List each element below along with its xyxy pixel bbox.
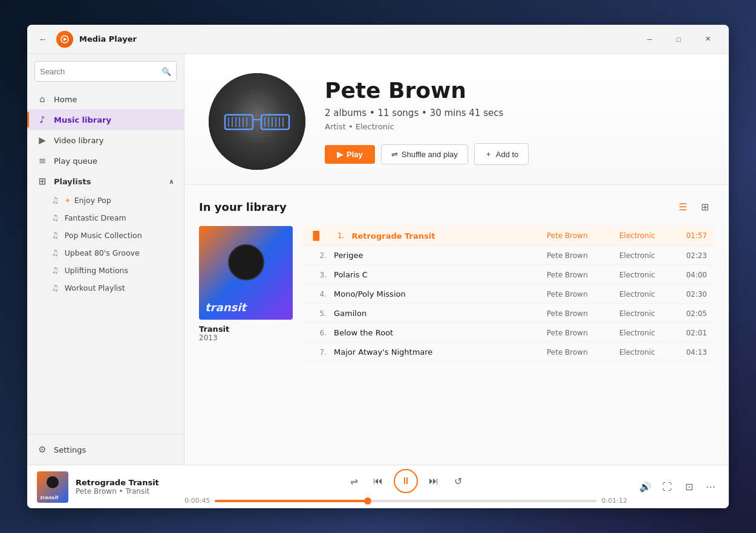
grid-view-button[interactable]: ⊞ (695, 197, 714, 216)
shuffle-play-button[interactable]: ⇌ Shuffle and play (381, 144, 468, 164)
search-input[interactable] (40, 67, 161, 76)
track-artist: Pete Brown (547, 290, 619, 299)
sidebar-item-fantastic-dream[interactable]: ♫ Fantastic Dream (27, 209, 184, 227)
sidebar-item-home[interactable]: ⌂ Home (27, 89, 184, 109)
artist-actions: ▶ Play ⇌ Shuffle and play ＋ Add to (325, 143, 705, 165)
close-button[interactable]: ✕ (694, 30, 722, 49)
track-row[interactable]: 3. Polaris C Pete Brown Electronic 04:00 (302, 265, 714, 285)
previous-button[interactable]: ⏮ (370, 473, 386, 489)
content-area: Pete Brown 2 albums • 11 songs • 30 mins… (184, 54, 729, 465)
library-header: In your library ☰ ⊞ (199, 197, 714, 216)
sidebar-item-uplifting-motions[interactable]: ♫ Uplifting Motions (27, 262, 184, 279)
sidebar-bottom: ⚙ Settings (27, 434, 184, 465)
track-duration: 04:13 (680, 348, 707, 357)
artist-meta: 2 albums • 11 songs • 30 mins 41 secs (325, 108, 705, 118)
playlist-icon: ♫ (51, 283, 59, 292)
app-logo (56, 31, 73, 48)
artist-name: Pete Brown (325, 78, 705, 103)
current-time: 0:00:45 (184, 497, 210, 505)
album-art-label: transit (205, 301, 246, 314)
volume-button[interactable]: 🔊 (637, 479, 654, 496)
svg-rect-3 (261, 115, 289, 129)
search-bar[interactable]: 🔍 (34, 61, 177, 82)
playlists-label: Playlists (54, 177, 91, 186)
track-duration: 02:30 (680, 290, 707, 299)
list-view-button[interactable]: ☰ (673, 197, 692, 216)
track-artist: Pete Brown (547, 251, 619, 260)
sidebar-item-music-label: Music library (54, 115, 111, 124)
artist-genre: Artist • Electronic (325, 122, 705, 131)
album-art: transit (199, 226, 293, 320)
track-name: Retrograde Transit (352, 231, 547, 241)
track-row[interactable]: ▐▌ 1. Retrograde Transit Pete Brown Elec… (302, 226, 714, 246)
more-options-button[interactable]: ⋯ (702, 479, 719, 496)
fullscreen-button[interactable]: ⛶ (659, 479, 676, 496)
track-row[interactable]: 2. Perigee Pete Brown Electronic 02:23 (302, 246, 714, 265)
nowplaying-title: Retrograde Transit (76, 478, 172, 487)
track-row[interactable]: 5. Gamilon Pete Brown Electronic 02:05 (302, 304, 714, 323)
progress-fill (215, 500, 367, 502)
miniplayer-button[interactable]: ⊡ (680, 479, 697, 496)
track-genre: Electronic (619, 251, 680, 260)
total-time: 0:01:12 (602, 497, 627, 505)
minimize-button[interactable]: ─ (636, 30, 663, 49)
track-genre: Electronic (619, 231, 680, 240)
track-row[interactable]: 6. Below the Root Pete Brown Electronic … (302, 323, 714, 343)
home-icon: ⌂ (37, 94, 48, 105)
repeat-button[interactable]: ↺ (449, 473, 466, 489)
album-art-circle (228, 244, 264, 280)
nowplaying-bar: transit Retrograde Transit Pete Brown • … (27, 465, 729, 508)
nowplaying-artist: Pete Brown • Transit (76, 487, 172, 496)
app-title: Media Player (79, 34, 636, 44)
sidebar-item-upbeat-80s[interactable]: ♫ Upbeat 80's Groove (27, 244, 184, 262)
next-button[interactable]: ⏭ (425, 473, 442, 489)
sidebar-item-enjoy-pop[interactable]: ♫ ✦ Enjoy Pop (27, 192, 184, 209)
nowplaying-right-controls: 🔊 ⛶ ⊡ ⋯ (637, 479, 719, 496)
track-duration: 01:57 (680, 231, 707, 240)
nowplaying-thumbnail: transit (37, 471, 68, 503)
window-controls: ─ □ ✕ (636, 30, 722, 49)
avatar-glasses-icon (224, 114, 290, 131)
sidebar-item-music-library[interactable]: ♪ Music library (27, 109, 184, 130)
sidebar-item-pop-music-collection[interactable]: ♫ Pop Music Collection (27, 227, 184, 244)
playlist-icon: ♫ (51, 266, 59, 275)
add-icon: ＋ (484, 149, 492, 160)
music-icon: ♪ (37, 114, 48, 125)
settings-icon: ⚙ (37, 444, 48, 455)
svg-marker-1 (64, 37, 67, 41)
track-artist: Pete Brown (547, 309, 619, 318)
search-icon: 🔍 (161, 67, 171, 76)
add-to-button[interactable]: ＋ Add to (474, 143, 529, 165)
shuffle-button[interactable]: ⇌ (345, 473, 362, 489)
track-artist: Pete Brown (547, 348, 619, 357)
play-icon: ▶ (337, 150, 343, 159)
track-row[interactable]: 4. Mono/Poly Mission Pete Brown Electron… (302, 285, 714, 304)
logo-icon (60, 34, 70, 44)
track-name: Gamilon (334, 309, 547, 318)
album-card[interactable]: transit Transit 2013 (199, 226, 293, 342)
playlists-icon: ⊞ (37, 176, 48, 187)
track-row[interactable]: 7. Major Atway's Nightmare Pete Brown El… (302, 343, 714, 362)
playlists-section-header[interactable]: ⊞ Playlists ∧ (27, 171, 184, 192)
progress-track[interactable] (215, 500, 596, 502)
sidebar-item-video-library[interactable]: ▶ Video library (27, 130, 184, 150)
nowplaying-progress-area: ⇌ ⏮ ⏸ ⏭ ↺ 0:00:45 0:01:12 (184, 469, 627, 505)
play-button[interactable]: ▶ Play (325, 145, 375, 164)
sidebar-item-workout-playlist[interactable]: ♫ Workout Playlist (27, 279, 184, 297)
playlist-enjoy-pop-label: Enjoy Pop (74, 196, 111, 205)
sidebar-nav: ⌂ Home ♪ Music library ▶ Video library ≡… (27, 86, 184, 299)
sidebar-item-play-queue[interactable]: ≡ Play queue (27, 150, 184, 171)
track-genre: Electronic (619, 329, 680, 337)
track-genre: Electronic (619, 290, 680, 299)
sidebar-item-settings[interactable]: ⚙ Settings (27, 439, 184, 460)
library-section: In your library ☰ ⊞ transit (184, 185, 729, 465)
track-genre: Electronic (619, 309, 680, 318)
back-button[interactable]: ← (34, 31, 51, 48)
pause-button[interactable]: ⏸ (394, 469, 418, 493)
maximize-button[interactable]: □ (665, 30, 692, 49)
sidebar-item-queue-label: Play queue (54, 157, 97, 166)
sidebar: 🔍 ⌂ Home ♪ Music library ▶ Video library… (27, 54, 184, 465)
nowplaying-info: Retrograde Transit Pete Brown • Transit (76, 478, 172, 496)
track-number: 4. (310, 290, 327, 299)
shuffle-icon: ⇌ (391, 150, 398, 159)
